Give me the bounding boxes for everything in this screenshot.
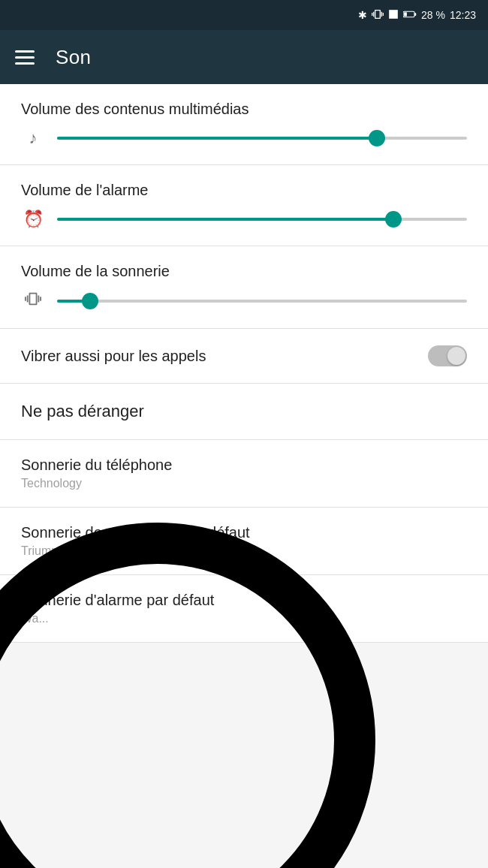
svg-rect-1 xyxy=(404,12,407,16)
do-not-disturb-label: Ne pas déranger xyxy=(21,402,467,421)
alarm-volume-item: Volume de l'alarme ⏰ xyxy=(0,165,488,246)
alarm-volume-slider[interactable] xyxy=(57,212,467,227)
alarm-volume-label: Volume de l'alarme xyxy=(21,182,467,199)
alarm-ringtone-item[interactable]: Sonnerie d'alarme par défaut Wa... xyxy=(0,575,488,643)
hamburger-line-1 xyxy=(15,50,35,53)
multimedia-volume-item: Volume des contenus multimédias ♪ xyxy=(0,84,488,165)
phone-ringtone-item[interactable]: Sonnerie du téléphone Technology xyxy=(0,440,488,508)
multimedia-volume-slider-row: ♪ xyxy=(21,128,467,148)
status-bar: ✱ 28 % 12:23 xyxy=(0,0,488,30)
multimedia-slider-track xyxy=(57,137,467,140)
battery-percent: 28 % xyxy=(421,9,445,21)
ringtone-volume-label: Volume de la sonnerie xyxy=(21,263,467,280)
alarm-ringtone-subtitle: Wa... xyxy=(21,612,467,625)
settings-content: Volume des contenus multimédias ♪ Volume… xyxy=(0,84,488,643)
sim-icon xyxy=(388,9,399,22)
phone-ringtone-subtitle: Technology xyxy=(21,477,467,490)
ringtone-volume-slider-row xyxy=(21,291,467,312)
svg-rect-2 xyxy=(414,13,416,16)
menu-button[interactable] xyxy=(15,50,35,65)
notification-ringtone-label: Sonnerie de notification par défaut xyxy=(21,524,467,541)
bluetooth-icon: ✱ xyxy=(358,9,367,21)
alarm-slider-fill xyxy=(57,218,393,221)
do-not-disturb-item[interactable]: Ne pas déranger xyxy=(0,384,488,440)
battery-icon xyxy=(403,9,417,22)
alarm-volume-slider-row: ⏰ xyxy=(21,209,467,229)
multimedia-slider-fill xyxy=(57,137,377,140)
alarm-slider-track xyxy=(57,218,467,221)
multimedia-volume-label: Volume des contenus multimédias xyxy=(21,101,467,118)
toggle-knob xyxy=(447,347,465,365)
music-note-icon: ♪ xyxy=(21,128,45,148)
vibrate-calls-label: Vibrer aussi pour les appels xyxy=(21,348,206,365)
vibrate-calls-item[interactable]: Vibrer aussi pour les appels xyxy=(0,329,488,384)
alarm-ringtone-label: Sonnerie d'alarme par défaut xyxy=(21,592,467,609)
notification-ringtone-subtitle: Triumph xyxy=(21,544,467,558)
status-icons: ✱ 28 % 12:23 xyxy=(358,8,476,23)
vibrate-icon xyxy=(372,8,384,23)
page-title: Son xyxy=(56,46,91,69)
hamburger-line-3 xyxy=(15,62,35,65)
ringtone-volume-slider[interactable] xyxy=(57,294,467,309)
ringtone-volume-item: Volume de la sonnerie xyxy=(0,246,488,329)
toolbar: Son xyxy=(0,30,488,84)
alarm-slider-thumb[interactable] xyxy=(385,211,402,228)
ringtone-slider-track xyxy=(57,300,467,303)
phone-ringtone-label: Sonnerie du téléphone xyxy=(21,457,467,474)
vibrate-calls-toggle[interactable] xyxy=(428,345,467,366)
multimedia-volume-slider[interactable] xyxy=(57,131,467,146)
vibrate-phone-icon xyxy=(21,291,45,312)
alarm-clock-icon: ⏰ xyxy=(21,209,45,229)
time: 12:23 xyxy=(450,9,476,21)
multimedia-slider-thumb[interactable] xyxy=(369,130,385,146)
hamburger-line-2 xyxy=(15,56,35,59)
notification-ringtone-item[interactable]: Sonnerie de notification par défaut Triu… xyxy=(0,508,488,575)
ringtone-slider-thumb[interactable] xyxy=(82,293,98,309)
